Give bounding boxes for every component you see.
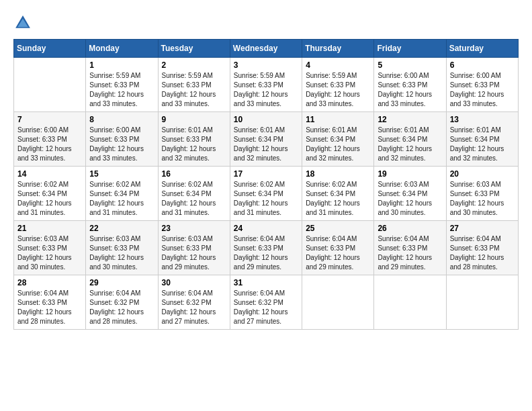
logo-icon <box>13 13 32 32</box>
day-number: 15 <box>89 169 154 179</box>
day-number: 19 <box>378 169 442 179</box>
day-info: Sunrise: 6:01 AM Sunset: 6:34 PM Dayligh… <box>378 126 442 163</box>
calendar-cell: 11Sunrise: 6:01 AM Sunset: 6:34 PM Dayli… <box>302 112 374 167</box>
calendar-cell: 5Sunrise: 6:00 AM Sunset: 6:33 PM Daylig… <box>374 58 446 112</box>
day-number: 13 <box>450 115 515 124</box>
day-info: Sunrise: 6:04 AM Sunset: 6:32 PM Dayligh… <box>162 289 226 326</box>
calendar-cell: 2Sunrise: 5:59 AM Sunset: 6:33 PM Daylig… <box>158 58 230 112</box>
weekday-header-monday: Monday <box>86 40 158 58</box>
day-info: Sunrise: 6:03 AM Sunset: 6:34 PM Dayligh… <box>378 180 442 218</box>
weekday-header-row: SundayMondayTuesdayWednesdayThursdayFrid… <box>14 40 519 58</box>
calendar-cell: 21Sunrise: 6:03 AM Sunset: 6:33 PM Dayli… <box>14 221 86 275</box>
calendar-cell: 29Sunrise: 6:04 AM Sunset: 6:32 PM Dayli… <box>86 275 158 330</box>
calendar-cell: 3Sunrise: 5:59 AM Sunset: 6:33 PM Daylig… <box>230 58 302 112</box>
day-info: Sunrise: 6:02 AM Sunset: 6:34 PM Dayligh… <box>162 180 226 218</box>
week-row-3: 14Sunrise: 6:02 AM Sunset: 6:34 PM Dayli… <box>14 167 519 221</box>
calendar-cell: 22Sunrise: 6:03 AM Sunset: 6:33 PM Dayli… <box>86 221 158 275</box>
calendar-cell: 24Sunrise: 6:04 AM Sunset: 6:33 PM Dayli… <box>230 221 302 275</box>
day-info: Sunrise: 5:59 AM Sunset: 6:33 PM Dayligh… <box>306 71 370 109</box>
calendar-cell: 12Sunrise: 6:01 AM Sunset: 6:34 PM Dayli… <box>374 112 446 167</box>
day-info: Sunrise: 6:01 AM Sunset: 6:34 PM Dayligh… <box>234 126 298 163</box>
calendar-cell: 31Sunrise: 6:04 AM Sunset: 6:32 PM Dayli… <box>230 275 302 330</box>
day-number: 30 <box>162 278 226 287</box>
weekday-header-saturday: Saturday <box>446 40 518 58</box>
day-info: Sunrise: 6:02 AM Sunset: 6:34 PM Dayligh… <box>234 180 298 218</box>
weekday-header-thursday: Thursday <box>302 40 374 58</box>
calendar-cell: 25Sunrise: 6:04 AM Sunset: 6:33 PM Dayli… <box>302 221 374 275</box>
weekday-header-friday: Friday <box>374 40 446 58</box>
calendar-cell: 18Sunrise: 6:02 AM Sunset: 6:34 PM Dayli… <box>302 167 374 221</box>
calendar-cell: 16Sunrise: 6:02 AM Sunset: 6:34 PM Dayli… <box>158 167 230 221</box>
day-number: 26 <box>378 224 442 233</box>
day-number: 20 <box>450 169 515 179</box>
day-number: 9 <box>162 115 226 124</box>
calendar-cell: 4Sunrise: 5:59 AM Sunset: 6:33 PM Daylig… <box>302 58 374 112</box>
day-number: 24 <box>234 224 298 233</box>
day-number: 17 <box>234 169 298 179</box>
calendar-cell: 7Sunrise: 6:00 AM Sunset: 6:33 PM Daylig… <box>14 112 86 167</box>
calendar-cell: 10Sunrise: 6:01 AM Sunset: 6:34 PM Dayli… <box>230 112 302 167</box>
weekday-header-tuesday: Tuesday <box>158 40 230 58</box>
day-number: 12 <box>378 115 442 124</box>
day-info: Sunrise: 6:03 AM Sunset: 6:33 PM Dayligh… <box>89 234 154 272</box>
day-info: Sunrise: 6:03 AM Sunset: 6:33 PM Dayligh… <box>17 234 82 272</box>
calendar-cell: 20Sunrise: 6:03 AM Sunset: 6:33 PM Dayli… <box>446 167 518 221</box>
day-number: 14 <box>17 169 82 179</box>
calendar-cell: 15Sunrise: 6:02 AM Sunset: 6:34 PM Dayli… <box>86 167 158 221</box>
calendar-cell: 6Sunrise: 6:00 AM Sunset: 6:33 PM Daylig… <box>446 58 518 112</box>
day-info: Sunrise: 6:04 AM Sunset: 6:33 PM Dayligh… <box>306 234 370 272</box>
day-number: 23 <box>162 224 226 233</box>
day-number: 31 <box>234 278 298 287</box>
day-number: 29 <box>89 278 154 287</box>
day-number: 8 <box>89 115 154 124</box>
day-info: Sunrise: 6:02 AM Sunset: 6:34 PM Dayligh… <box>17 180 82 218</box>
calendar-cell: 28Sunrise: 6:04 AM Sunset: 6:33 PM Dayli… <box>14 275 86 330</box>
day-info: Sunrise: 6:04 AM Sunset: 6:33 PM Dayligh… <box>234 234 298 272</box>
day-info: Sunrise: 6:01 AM Sunset: 6:34 PM Dayligh… <box>450 126 515 163</box>
day-info: Sunrise: 6:04 AM Sunset: 6:32 PM Dayligh… <box>234 289 298 326</box>
day-info: Sunrise: 6:00 AM Sunset: 6:33 PM Dayligh… <box>17 126 82 163</box>
day-info: Sunrise: 5:59 AM Sunset: 6:33 PM Dayligh… <box>89 71 154 109</box>
day-number: 27 <box>450 224 515 233</box>
day-number: 5 <box>378 60 442 70</box>
day-number: 10 <box>234 115 298 124</box>
day-number: 1 <box>89 60 154 70</box>
calendar-cell <box>14 58 86 112</box>
calendar-cell <box>446 275 518 330</box>
day-info: Sunrise: 5:59 AM Sunset: 6:33 PM Dayligh… <box>162 71 226 109</box>
calendar-cell: 27Sunrise: 6:04 AM Sunset: 6:33 PM Dayli… <box>446 221 518 275</box>
day-number: 16 <box>162 169 226 179</box>
page-header <box>13 13 519 32</box>
week-row-1: 1Sunrise: 5:59 AM Sunset: 6:33 PM Daylig… <box>14 58 519 112</box>
day-number: 25 <box>306 224 370 233</box>
weekday-header-wednesday: Wednesday <box>230 40 302 58</box>
day-info: Sunrise: 6:01 AM Sunset: 6:33 PM Dayligh… <box>162 126 226 163</box>
day-number: 4 <box>306 60 370 70</box>
day-info: Sunrise: 6:00 AM Sunset: 6:33 PM Dayligh… <box>89 126 154 163</box>
day-number: 2 <box>162 60 226 70</box>
day-number: 28 <box>17 278 82 287</box>
day-info: Sunrise: 6:04 AM Sunset: 6:32 PM Dayligh… <box>89 289 154 326</box>
day-number: 6 <box>450 60 515 70</box>
logo <box>13 13 35 32</box>
day-number: 7 <box>17 115 82 124</box>
day-info: Sunrise: 6:04 AM Sunset: 6:33 PM Dayligh… <box>17 289 82 326</box>
calendar-cell: 8Sunrise: 6:00 AM Sunset: 6:33 PM Daylig… <box>86 112 158 167</box>
calendar-cell <box>374 275 446 330</box>
calendar-cell: 23Sunrise: 6:03 AM Sunset: 6:33 PM Dayli… <box>158 221 230 275</box>
calendar-cell: 19Sunrise: 6:03 AM Sunset: 6:34 PM Dayli… <box>374 167 446 221</box>
day-info: Sunrise: 6:02 AM Sunset: 6:34 PM Dayligh… <box>306 180 370 218</box>
day-info: Sunrise: 6:04 AM Sunset: 6:33 PM Dayligh… <box>450 234 515 272</box>
day-number: 11 <box>306 115 370 124</box>
day-info: Sunrise: 6:00 AM Sunset: 6:33 PM Dayligh… <box>450 71 515 109</box>
week-row-5: 28Sunrise: 6:04 AM Sunset: 6:33 PM Dayli… <box>14 275 519 330</box>
day-number: 22 <box>89 224 154 233</box>
day-number: 18 <box>306 169 370 179</box>
calendar-cell: 14Sunrise: 6:02 AM Sunset: 6:34 PM Dayli… <box>14 167 86 221</box>
day-info: Sunrise: 6:00 AM Sunset: 6:33 PM Dayligh… <box>378 71 442 109</box>
week-row-4: 21Sunrise: 6:03 AM Sunset: 6:33 PM Dayli… <box>14 221 519 275</box>
calendar-cell: 9Sunrise: 6:01 AM Sunset: 6:33 PM Daylig… <box>158 112 230 167</box>
day-info: Sunrise: 6:03 AM Sunset: 6:33 PM Dayligh… <box>162 234 226 272</box>
calendar-cell: 1Sunrise: 5:59 AM Sunset: 6:33 PM Daylig… <box>86 58 158 112</box>
day-info: Sunrise: 6:02 AM Sunset: 6:34 PM Dayligh… <box>89 180 154 218</box>
